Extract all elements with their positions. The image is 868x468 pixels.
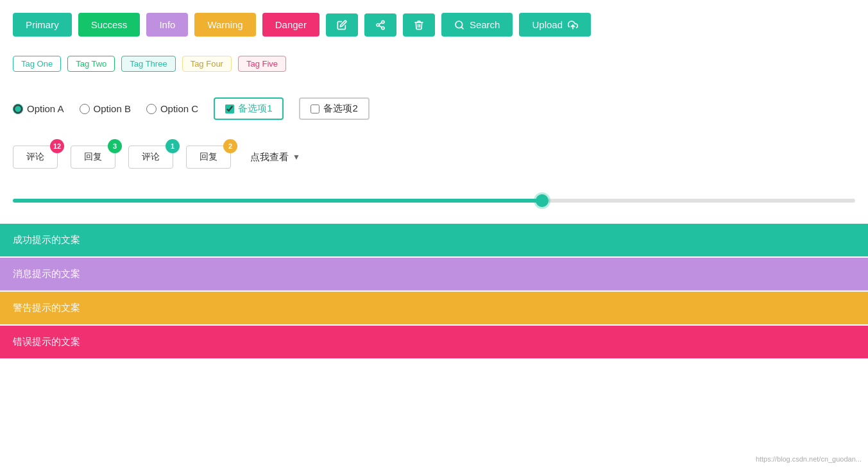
options-row: Option A Option B Option C 备选项1 备选项2 bbox=[0, 85, 868, 133]
share-icon-button[interactable] bbox=[364, 13, 396, 37]
option-a-radio[interactable]: Option A bbox=[13, 103, 64, 114]
badge-count-4: 2 bbox=[223, 139, 237, 153]
delete-icon-button[interactable] bbox=[403, 13, 435, 37]
alerts-section: 成功提示的文案 消息提示的文案 警告提示的文案 错误提示的文案 bbox=[0, 217, 868, 365]
badge-wrap-2: 回复 3 bbox=[71, 146, 115, 169]
badge-wrap-1: 评论 12 bbox=[13, 146, 58, 169]
option-c-radio-input[interactable] bbox=[146, 104, 157, 114]
checkbox-1[interactable]: 备选项1 bbox=[214, 97, 284, 120]
option-a-radio-input[interactable] bbox=[13, 104, 23, 114]
tag-five[interactable]: Tag Five bbox=[238, 56, 286, 72]
tag-three[interactable]: Tag Three bbox=[121, 56, 175, 72]
badge-count-2: 3 bbox=[108, 139, 122, 153]
page-wrapper: Primary Success Info Warning Danger Sear… bbox=[0, 0, 868, 468]
success-button[interactable]: Success bbox=[78, 13, 140, 37]
url-bar: https://blog.csdn.net/cn_guodan... bbox=[756, 455, 862, 463]
svg-line-6 bbox=[461, 27, 463, 29]
alert-info: 消息提示的文案 bbox=[0, 258, 868, 290]
checkbox-1-input[interactable] bbox=[225, 104, 234, 113]
option-b-radio[interactable]: Option B bbox=[80, 103, 131, 114]
option-b-radio-input[interactable] bbox=[80, 104, 90, 114]
alert-warning: 警告提示的文案 bbox=[0, 292, 868, 324]
svg-line-4 bbox=[379, 22, 382, 24]
option-c-radio[interactable]: Option C bbox=[146, 103, 198, 114]
search-icon bbox=[454, 20, 464, 30]
tag-four[interactable]: Tag Four bbox=[182, 56, 232, 72]
buttons-row: Primary Success Info Warning Danger Sear… bbox=[0, 0, 868, 49]
checkbox-2[interactable]: 备选项2 bbox=[299, 97, 369, 120]
tags-row: Tag One Tag Two Tag Three Tag Four Tag F… bbox=[0, 49, 868, 85]
upload-button[interactable]: Upload bbox=[519, 13, 591, 37]
badge-wrap-3: 评论 1 bbox=[128, 146, 173, 169]
dropdown-button[interactable]: 点我查看 ▼ bbox=[244, 146, 307, 169]
slider-input[interactable] bbox=[13, 199, 855, 203]
edit-icon-button[interactable] bbox=[326, 13, 358, 37]
share-icon bbox=[375, 20, 386, 30]
info-button[interactable]: Info bbox=[146, 13, 188, 37]
edit-icon bbox=[337, 20, 347, 30]
chevron-down-icon: ▼ bbox=[293, 153, 300, 162]
alert-success: 成功提示的文案 bbox=[0, 224, 868, 256]
badge-wrap-4: 回复 2 bbox=[186, 146, 231, 169]
badge-count-1: 12 bbox=[50, 139, 64, 153]
trash-icon bbox=[414, 20, 424, 30]
badge-row: 评论 12 回复 3 评论 1 回复 2 点我查看 ▼ bbox=[0, 133, 868, 181]
warning-button[interactable]: Warning bbox=[194, 13, 255, 37]
svg-line-3 bbox=[379, 26, 382, 28]
slider-row bbox=[0, 181, 868, 217]
upload-icon bbox=[568, 20, 578, 30]
badge-count-3: 1 bbox=[166, 139, 180, 153]
checkbox-2-input[interactable] bbox=[311, 104, 319, 113]
alert-danger: 错误提示的文案 bbox=[0, 326, 868, 358]
tag-two[interactable]: Tag Two bbox=[67, 56, 115, 72]
primary-button[interactable]: Primary bbox=[13, 13, 72, 37]
tag-one[interactable]: Tag One bbox=[13, 56, 61, 72]
search-button[interactable]: Search bbox=[441, 13, 513, 37]
danger-button[interactable]: Danger bbox=[262, 13, 319, 37]
